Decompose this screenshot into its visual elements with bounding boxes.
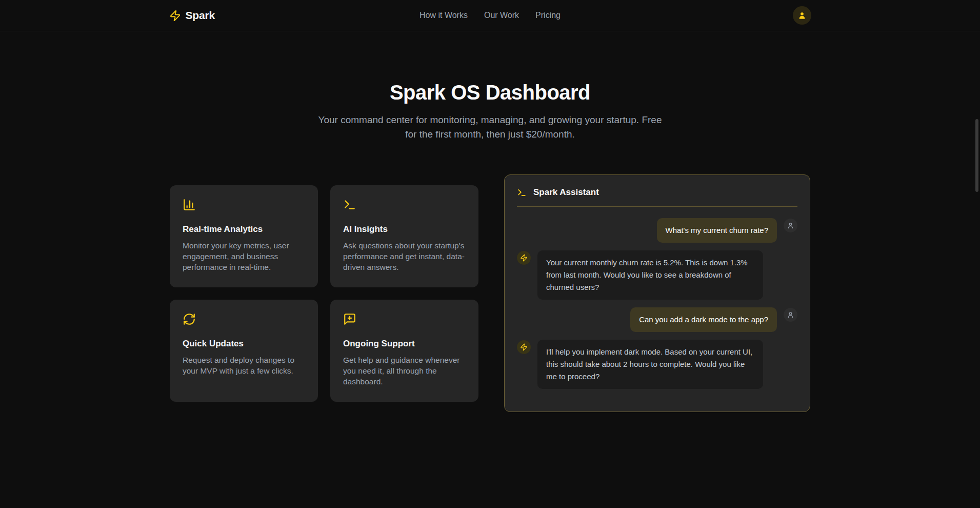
chat-message-assistant: Your current monthly churn rate is 5.2%.… [517,250,797,300]
feature-card-quick-updates: Quick Updates Request and deploy changes… [170,300,318,402]
feature-title: AI Insights [343,224,466,235]
assistant-title: Spark Assistant [533,187,599,198]
navbar-inner: Spark How it Works Our Work Pricing [169,6,811,25]
page-title: Spark OS Dashboard [0,80,980,105]
nav-link-pricing[interactable]: Pricing [535,11,561,20]
page-scrollbar-thumb[interactable] [975,119,978,192]
account-avatar-button[interactable] [793,6,811,25]
bar-chart-icon [183,198,305,211]
terminal-icon [517,188,527,198]
brand-name: Spark [186,9,215,22]
user-avatar [784,219,797,232]
nav-link-how-it-works[interactable]: How it Works [419,11,468,20]
user-avatar [784,308,797,322]
navbar: Spark How it Works Our Work Pricing [0,0,980,31]
assistant-avatar [517,340,531,354]
spark-assistant-panel: Spark Assistant What's my current churn … [504,174,810,412]
assistant-message-bubble: I'll help you implement dark mode. Based… [537,340,763,389]
brand-logo[interactable]: Spark [169,9,215,22]
feature-card-realtime-analytics: Real-time Analytics Monitor your key met… [170,185,318,287]
chat-message-user: What's my current churn rate? [517,218,797,243]
user-message-bubble: Can you add a dark mode to the app? [630,307,777,332]
chat-messages: What's my current churn rate? Your curre… [517,218,797,389]
feature-description: Get help and guidance whenever you need … [343,355,466,387]
user-icon [787,311,794,319]
feature-card-ongoing-support: Ongoing Support Get help and guidance wh… [330,300,478,402]
feature-description: Request and deploy changes to your MVP w… [183,355,305,376]
feature-title: Quick Updates [183,339,305,349]
zap-icon [520,254,528,262]
navbar-left: Spark [169,9,420,22]
user-icon [787,222,794,229]
features-grid: Real-time Analytics Monitor your key met… [170,185,478,402]
main-content: Real-time Analytics Monitor your key met… [170,174,810,412]
zap-icon [520,343,528,351]
user-message-bubble: What's my current churn rate? [657,218,777,243]
feature-card-ai-insights: AI Insights Ask questions about your sta… [330,185,478,287]
terminal-icon [343,198,466,211]
page-subtitle: Your command center for monitoring, mana… [313,113,667,142]
feature-description: Ask questions about your startup's perfo… [343,240,466,272]
nav-link-our-work[interactable]: Our Work [484,11,519,20]
feature-title: Ongoing Support [343,339,466,349]
zap-icon [169,10,181,22]
assistant-message-bubble: Your current monthly churn rate is 5.2%.… [537,250,763,300]
chat-message-assistant: I'll help you implement dark mode. Based… [517,340,797,389]
assistant-avatar [517,251,531,265]
feature-title: Real-time Analytics [183,224,305,235]
user-icon [797,11,807,20]
chat-message-user: Can you add a dark mode to the app? [517,307,797,332]
navbar-right [561,6,811,25]
nav-links: How it Works Our Work Pricing [419,11,561,20]
divider [517,206,797,207]
message-square-plus-icon [343,312,466,326]
hero-section: Spark OS Dashboard Your command center f… [0,31,980,142]
feature-description: Monitor your key metrics, user engagemen… [183,240,305,272]
assistant-header: Spark Assistant [517,187,797,198]
refresh-icon [183,312,305,326]
